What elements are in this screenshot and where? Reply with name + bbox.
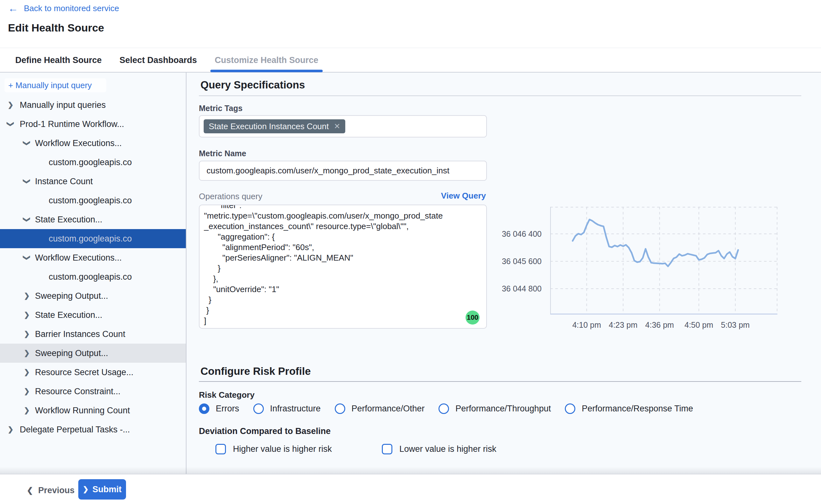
risk-radio-errors[interactable]: Errors <box>199 403 239 414</box>
chevron-left-icon: ❮ <box>27 486 33 495</box>
tree-item[interactable]: ❯Sweeping Output... <box>0 344 186 363</box>
metric-name-input[interactable]: custom.googleapis.com/user/x_mongo_prod_… <box>199 161 487 181</box>
risk-radio-infrastructure[interactable]: Infrastructure <box>253 403 321 414</box>
previous-button[interactable]: ❮ Previous <box>27 482 74 498</box>
chevron-right-icon: ❯ <box>24 350 30 357</box>
tree-item[interactable]: ❯Prod-1 Runtime Workflow... <box>0 115 186 134</box>
checkbox-label: Lower value is higher risk <box>399 444 496 454</box>
query-specifications-title: Query Specifications <box>200 79 305 91</box>
tree-item[interactable]: ❯Sweeping Output... <box>0 286 186 305</box>
tree-item[interactable]: ❯Workflow Executions... <box>0 248 186 267</box>
chevron-down-icon: ❯ <box>23 255 30 261</box>
tree-item-label: custom.googleapis.co <box>49 196 142 206</box>
tree-item[interactable]: custom.googleapis.co <box>0 229 186 248</box>
tree-item[interactable]: ❯State Execution... <box>0 305 186 325</box>
tree-item[interactable]: ❯Manually input queries <box>0 95 186 115</box>
metric-tags-input[interactable]: State Execution Instances Count ✕ <box>199 115 487 137</box>
risk-section-divider <box>199 381 801 382</box>
chevron-right-icon: ❯ <box>24 292 30 299</box>
previous-button-label: Previous <box>38 486 74 495</box>
submit-button-label: Submit <box>92 485 122 494</box>
tab-select-dashboards[interactable]: Select Dashboards <box>120 48 197 72</box>
chevron-right-icon: ❯ <box>8 426 13 433</box>
operations-query-label: Operations query <box>199 192 262 201</box>
metric-name-label: Metric Name <box>199 149 246 158</box>
x-axis-tick-label: 5:03 pm <box>710 319 761 330</box>
risk-category-label: Risk Category <box>199 390 255 400</box>
y-axis-tick-label: 36 046 400 <box>496 229 542 239</box>
risk-radio-performance-throughput[interactable]: Performance/Throughput <box>439 403 551 414</box>
metric-tag-chip: State Execution Instances Count ✕ <box>204 119 345 133</box>
radio-icon[interactable] <box>253 403 264 414</box>
metric-line-series <box>573 220 738 266</box>
radio-label: Infrastructure <box>270 404 321 414</box>
sidebar-divider <box>186 73 186 474</box>
tree-item[interactable]: ❯State Execution... <box>0 210 186 229</box>
tree-item[interactable]: custom.googleapis.co <box>0 153 186 172</box>
tree-item-label: Workflow Executions... <box>35 253 159 263</box>
view-query-link[interactable]: View Query <box>426 191 486 201</box>
back-link-label: Back to monitored service <box>24 3 119 13</box>
deviation-baseline-label: Deviation Compared to Baseline <box>199 426 331 436</box>
tree-item-label: Barrier Instances Count <box>35 329 159 339</box>
operations-query-textarea[interactable]: "filter": "metric.type=\"custom.googleap… <box>199 205 487 329</box>
tree-item[interactable]: ❯Workflow Executions... <box>0 134 186 153</box>
tab-customize-health-source[interactable]: Customize Health Source <box>215 48 319 72</box>
tree-item[interactable]: ❯Instance Count <box>0 172 186 191</box>
tree-item[interactable]: ❯Workflow Running Count <box>0 401 186 420</box>
manually-input-query-button[interactable]: + Manually input query <box>4 78 106 92</box>
tree-item[interactable]: ❯Delegate Perpetual Tasks -... <box>0 420 186 439</box>
tree-item[interactable]: custom.googleapis.co <box>0 191 186 210</box>
tree-item-label: Delegate Perpetual Tasks -... <box>20 425 157 435</box>
back-to-monitored-service-link[interactable]: ← Back to monitored service <box>8 3 119 13</box>
chart-plot-area <box>550 207 777 316</box>
page-title: Edit Health Source <box>8 22 104 34</box>
footer-shadow <box>0 467 821 474</box>
y-axis-tick-label: 36 044 800 <box>496 283 542 294</box>
risk-radio-performance-other[interactable]: Performance/Other <box>335 403 425 414</box>
tab-define-health-source[interactable]: Define Health Source <box>15 48 102 72</box>
operations-query-text: "filter": "metric.type=\"custom.googleap… <box>200 205 486 329</box>
radio-icon[interactable] <box>199 403 209 414</box>
submit-button[interactable]: ❯ Submit <box>78 479 126 500</box>
back-arrow-icon: ← <box>8 3 18 13</box>
higher-value-checkbox-option[interactable]: Higher value is higher risk <box>215 444 332 454</box>
tree-item-label: Sweeping Output... <box>35 348 159 358</box>
edit-health-source-page: ← Back to monitored service Edit Health … <box>0 0 821 504</box>
radio-label: Performance/Response Time <box>582 404 693 414</box>
metric-preview-chart: 36 046 40036 045 60036 044 8004:10 pm4:2… <box>496 207 799 337</box>
radio-icon[interactable] <box>439 403 449 414</box>
y-axis-tick-label: 36 045 600 <box>496 256 542 266</box>
checkbox-icon[interactable] <box>382 444 392 454</box>
tree-item-label: State Execution... <box>35 215 159 225</box>
tree-item[interactable]: ❯Resource Secret Usage... <box>0 363 186 382</box>
tree-item-label: State Execution... <box>35 310 159 320</box>
tree-item[interactable]: custom.googleapis.co <box>0 267 186 286</box>
risk-radio-performance-response-time[interactable]: Performance/Response Time <box>565 403 693 414</box>
chevron-right-icon: ❯ <box>83 485 88 493</box>
tree-item[interactable]: ❯Resource Constraint... <box>0 382 186 401</box>
chip-close-icon[interactable]: ✕ <box>334 122 340 131</box>
tree-item-label: Manually input queries <box>20 100 157 110</box>
risk-category-options: ErrorsInfrastructurePerformance/OtherPer… <box>199 403 693 414</box>
tree-item-label: Resource Secret Usage... <box>35 367 159 377</box>
radio-label: Errors <box>216 404 239 414</box>
tree-item-label: Workflow Executions... <box>35 138 159 148</box>
records-count-badge: 100 <box>466 311 480 325</box>
lower-value-checkbox-option[interactable]: Lower value is higher risk <box>382 444 496 454</box>
tree-item-label: Resource Constraint... <box>35 387 159 396</box>
chevron-right-icon: ❯ <box>24 407 30 414</box>
chevron-down-icon: ❯ <box>7 121 14 127</box>
tree-item[interactable]: ❯Barrier Instances Count <box>0 325 186 344</box>
radio-icon[interactable] <box>335 403 345 414</box>
metric-tag-chip-label: State Execution Instances Count <box>209 122 329 131</box>
checkbox-icon[interactable] <box>215 444 226 454</box>
configure-risk-profile-title: Configure Risk Profile <box>200 365 311 377</box>
checkbox-label: Higher value is higher risk <box>233 444 332 454</box>
radio-icon[interactable] <box>565 403 575 414</box>
chevron-down-icon: ❯ <box>23 217 30 222</box>
radio-label: Performance/Other <box>352 404 425 414</box>
tree-item-label: custom.googleapis.co <box>49 234 142 244</box>
tree-item-label: Instance Count <box>35 177 159 186</box>
tab-bar: Define Health SourceSelect DashboardsCus… <box>0 48 821 73</box>
